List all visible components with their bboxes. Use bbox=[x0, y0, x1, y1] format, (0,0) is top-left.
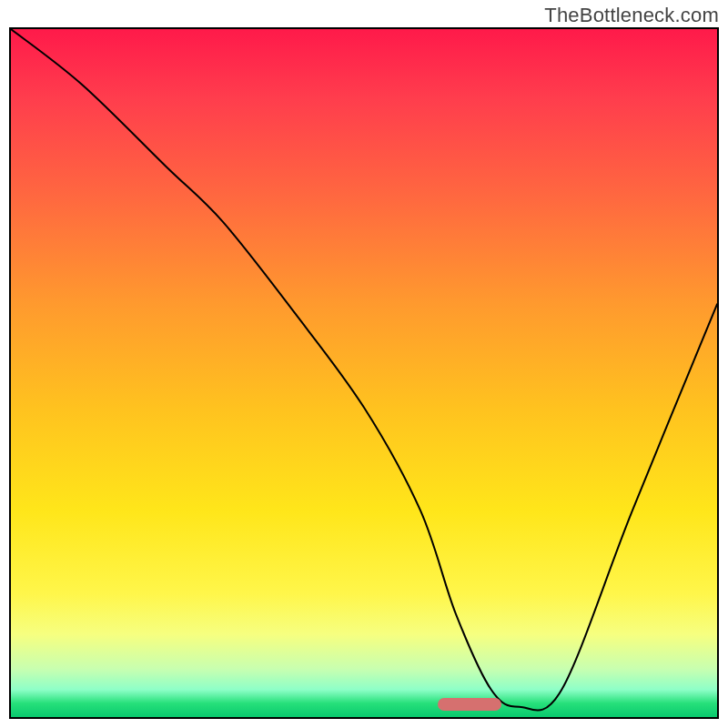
bottleneck-curve-path bbox=[11, 29, 717, 711]
watermark-text: TheBottleneck.com bbox=[544, 4, 719, 27]
optimal-marker bbox=[438, 698, 501, 711]
figure-wrap: TheBottleneck.com bbox=[0, 0, 728, 728]
curve-svg bbox=[11, 29, 717, 717]
plot-frame bbox=[9, 27, 719, 719]
